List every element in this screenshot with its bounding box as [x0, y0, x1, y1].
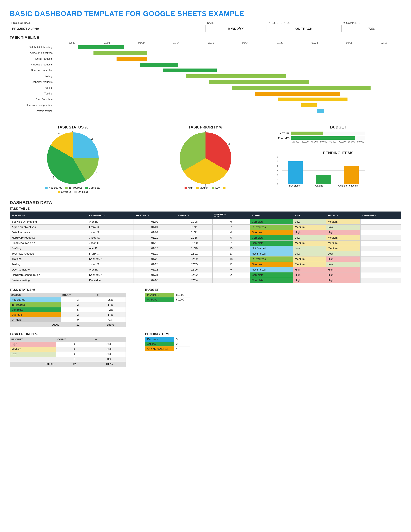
budget-mini-table: PLANNED80,000ACTUAL50,000	[145, 293, 190, 302]
gantt-bar	[78, 45, 124, 49]
axis-tick: 20,000	[291, 140, 301, 143]
gantt-date: 02/08	[332, 41, 367, 44]
axis-tick: 80,000	[347, 140, 356, 143]
pie-value-label: 0	[72, 129, 74, 133]
table-cell: 01/11	[176, 225, 212, 230]
budget-chart: ACTUALPLANNED20,00030,00040,00050,00060,…	[275, 131, 365, 143]
table-cell	[361, 246, 401, 251]
table-cell: 01/25	[133, 262, 176, 267]
table-cell: 0	[56, 357, 93, 362]
table-cell: 18	[212, 256, 250, 262]
task-th: START DATE	[133, 211, 176, 219]
gantt-task-label: System testing	[10, 110, 55, 113]
legend-item: In Progress	[65, 186, 83, 190]
table-cell: Detail requests	[10, 230, 87, 235]
gantt-date: 12/30	[55, 41, 89, 44]
table-cell: In Progress	[250, 256, 293, 262]
task-th: COMMENTS	[361, 211, 401, 219]
table-cell: Kennedy K.	[87, 272, 133, 278]
table-cell: 0	[61, 317, 95, 323]
gantt-bar	[255, 92, 340, 95]
gantt-task-label: Final resource plan	[10, 69, 55, 72]
gantt-task-label: Set Kick-Off Meeting	[10, 46, 55, 49]
table-cell: 4	[212, 230, 250, 235]
table-cell: Staffing	[10, 246, 87, 251]
table-row: Overdue217%	[10, 313, 126, 317]
table-cell: 3	[61, 297, 95, 303]
table-cell: 25%	[95, 297, 126, 303]
task-th: RISK	[293, 211, 326, 219]
table-row: High433%	[10, 342, 126, 347]
table-cell: Change Requests	[145, 346, 174, 351]
table-cell: 01/11	[176, 230, 212, 235]
table-cell: TOTAL	[10, 323, 61, 327]
priority-pie-title: TASK PRIORITY %	[188, 125, 223, 129]
table-row: Actions2	[145, 342, 190, 346]
table-cell: Dev. Complete	[10, 267, 87, 272]
table-cell: Low	[293, 219, 326, 225]
table-cell: 0%	[95, 317, 126, 323]
table-cell	[361, 278, 401, 283]
priority-table: PRIORITYCOUNT%High433%Medium433%Low433%0…	[10, 337, 126, 367]
pending-bar-label: Actions	[315, 184, 323, 189]
total-row: TOTAL12100%	[10, 362, 126, 367]
table-cell: 100%	[93, 362, 126, 367]
table-cell: 7	[212, 225, 250, 230]
dashboard-data-title: DASHBOARD DATA	[10, 200, 401, 205]
table-cell: High	[326, 230, 360, 235]
table-cell: 01/07	[133, 230, 176, 235]
table-cell: Overdue	[10, 313, 61, 317]
budget-bar-row: ACTUAL	[275, 131, 365, 136]
gantt-row: System testing	[10, 108, 401, 114]
budget-bar-row: PLANNED	[275, 136, 365, 140]
gantt-bar	[301, 103, 317, 107]
pending-bar	[316, 175, 331, 184]
table-cell: High	[293, 278, 326, 283]
table-cell: Alex B.	[87, 219, 133, 225]
table-cell: 17%	[95, 303, 126, 307]
table-cell: Hardware requests	[10, 235, 87, 240]
gantt-bar	[186, 74, 286, 78]
small-th: %	[95, 293, 126, 297]
table-row: Change Requests4	[145, 346, 190, 351]
table-row: On Hold00%	[10, 317, 126, 323]
table-cell: 0%	[93, 357, 126, 362]
table-cell: Medium	[10, 347, 56, 352]
gantt-row: Final resource plan	[10, 67, 401, 73]
table-cell: TOTAL	[10, 362, 56, 367]
gantt-bar	[232, 86, 371, 90]
gantt-bar	[317, 109, 325, 113]
table-cell: 02/03	[133, 278, 176, 283]
table-cell: 2	[61, 303, 95, 307]
table-cell: 02/06	[176, 267, 212, 272]
table-row: Decisions5	[145, 337, 190, 342]
table-cell: Set Kick-Off Meeting	[10, 219, 87, 225]
table-cell: 01/10	[133, 235, 176, 240]
table-cell	[361, 230, 401, 235]
table-row: Not Started325%	[10, 297, 126, 303]
axis-tick: 40,000	[310, 140, 319, 143]
status-pie-legend: Not StartedIn ProgressCompleteOverdueOn …	[44, 186, 102, 194]
gantt-row: Technical requests	[10, 79, 401, 85]
table-cell: Low	[10, 352, 56, 357]
gantt-date: 01/04	[89, 41, 124, 44]
table-cell: High	[326, 272, 360, 278]
pending-chart: 0123456DecisionsActionsChange Requests	[275, 157, 365, 189]
task-th: STATUS	[250, 211, 293, 219]
gantt-row: Agree on objectives	[10, 50, 401, 56]
task-th: TASK NAME	[10, 211, 87, 219]
table-cell: High	[326, 278, 360, 283]
table-cell: Complete	[250, 240, 293, 246]
table-cell: Not Started	[250, 246, 293, 251]
legend-item: Low	[212, 186, 220, 190]
table-cell: 11	[212, 262, 250, 267]
gantt-row: Hardware configuration	[10, 102, 401, 108]
table-cell: 33%	[93, 347, 126, 352]
table-cell	[361, 219, 401, 225]
table-cell: 01/28	[133, 267, 176, 272]
table-cell: 5	[61, 307, 95, 313]
table-cell: In Progress	[10, 303, 61, 307]
table-cell: 01/08	[176, 219, 212, 225]
status-table-title: TASK STATUS %	[10, 288, 126, 292]
project-meta-table: PROJECT NAME DATE PROJECT STATUS % COMPL…	[10, 21, 401, 32]
